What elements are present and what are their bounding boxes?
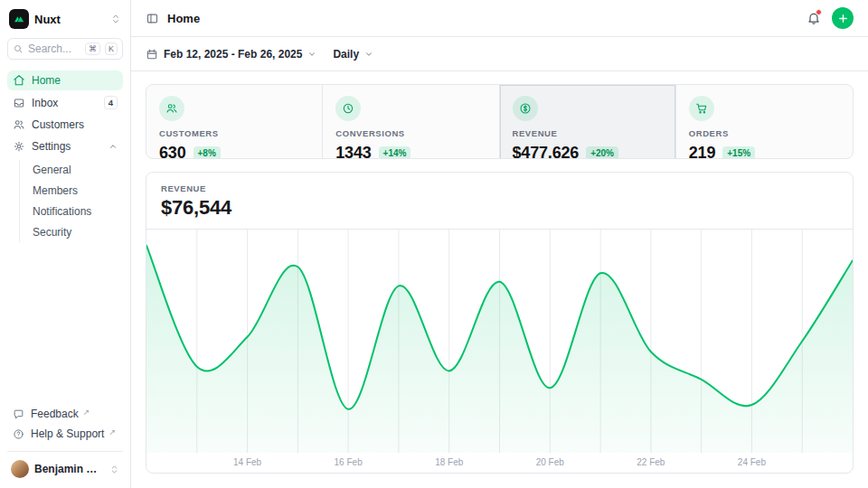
sidebar-item-home[interactable]: Home <box>7 70 123 90</box>
stat-value: 630 <box>159 144 186 159</box>
notification-dot <box>816 9 822 15</box>
nuxt-logo-icon <box>13 13 25 25</box>
user-name: Benjamin Canac <box>34 463 104 475</box>
x-axis-tick: 18 Feb <box>435 457 463 467</box>
plus-icon <box>837 13 849 24</box>
nav-label: Home <box>32 74 61 87</box>
home-icon <box>13 74 25 87</box>
stat-card-orders[interactable]: ORDERS 219 +15% <box>676 85 853 159</box>
sidebar-item-general[interactable]: General <box>29 160 123 180</box>
x-axis-tick: 24 Feb <box>738 457 766 467</box>
sidebar-toggle-icon[interactable] <box>146 12 159 25</box>
period-label: Daily <box>333 48 359 61</box>
sidebar-nav: Home Inbox 4 Customers Settings <box>7 70 123 242</box>
search-icon <box>13 43 24 54</box>
chevron-up-icon <box>108 142 118 151</box>
main-area: Home Feb 12, 2025 - Feb 26, 2025 <box>131 0 868 488</box>
stat-delta-badge: +20% <box>586 146 618 159</box>
notifications-button[interactable] <box>807 11 821 25</box>
x-axis-tick: 22 Feb <box>637 457 665 467</box>
external-link-icon: ↗ <box>83 408 90 417</box>
sidebar: Nuxt Search... ⌘ K Home Inbox 4 <box>0 0 131 488</box>
x-axis-tick: 14 Feb <box>233 457 261 467</box>
shopping-cart-icon <box>689 96 714 121</box>
sidebar-item-inbox[interactable]: Inbox 4 <box>7 92 123 113</box>
calendar-icon <box>146 48 158 61</box>
revenue-area-chart <box>146 229 853 453</box>
users-icon <box>13 118 25 131</box>
stat-delta-badge: +15% <box>722 146 755 159</box>
chart-header: REVENUE $76,544 <box>146 173 853 229</box>
stat-card-customers[interactable]: CUSTOMERS 630 +8% <box>146 85 323 159</box>
search-placeholder: Search... <box>28 42 80 55</box>
workspace-name: Nuxt <box>34 13 105 26</box>
sidebar-spacer <box>7 242 123 404</box>
footer-link-label: Feedback <box>31 408 79 420</box>
nav-label: Inbox <box>32 97 58 109</box>
feedback-link[interactable]: Feedback ↗ <box>7 404 123 424</box>
footer-link-label: Help & Support <box>31 427 104 440</box>
sidebar-item-members[interactable]: Members <box>29 181 123 201</box>
stat-value: 219 <box>689 144 716 159</box>
question-circle-icon <box>13 428 24 440</box>
inbox-icon <box>13 97 25 109</box>
kbd-cmd: ⌘ <box>85 42 100 55</box>
stat-label: CONVERSIONS <box>335 128 486 138</box>
currency-dollar-icon <box>513 96 538 121</box>
stat-label: ORDERS <box>689 128 840 138</box>
stat-value: $477,626 <box>513 144 580 159</box>
external-link-icon: ↗ <box>108 427 116 436</box>
filters-toolbar: Feb 12, 2025 - Feb 26, 2025 Daily <box>131 37 868 71</box>
stat-delta-badge: +14% <box>379 146 411 159</box>
chevron-up-down-icon <box>109 465 119 474</box>
dashboard-content: CUSTOMERS 630 +8% CONVERSIONS 1343 +14% <box>131 71 868 488</box>
chart-headline-value: $76,544 <box>161 196 838 220</box>
help-support-link[interactable]: Help & Support ↗ <box>7 424 123 444</box>
page-header: Home <box>131 0 868 37</box>
clock-icon <box>335 96 361 121</box>
chevron-down-icon <box>307 50 316 59</box>
stat-label: REVENUE <box>513 128 663 138</box>
stat-card-revenue[interactable]: REVENUE $477,626 +20% <box>500 85 676 159</box>
kbd-k: K <box>105 42 118 55</box>
gear-icon <box>13 140 25 153</box>
user-menu[interactable]: Benjamin Canac <box>7 451 123 481</box>
period-select[interactable]: Daily <box>333 48 373 61</box>
stat-card-conversions[interactable]: CONVERSIONS 1343 +14% <box>323 85 499 159</box>
users-icon <box>159 96 184 121</box>
header-actions <box>807 7 854 29</box>
x-axis-tick: 16 Feb <box>335 457 363 467</box>
page-title: Home <box>167 12 200 25</box>
x-axis-tick: 20 Feb <box>536 457 564 467</box>
avatar <box>11 460 29 478</box>
add-button[interactable] <box>832 7 854 29</box>
search-input[interactable]: Search... ⌘ K <box>7 38 123 60</box>
stat-delta-badge: +8% <box>193 146 221 159</box>
date-range-picker[interactable]: Feb 12, 2025 - Feb 26, 2025 <box>146 48 316 61</box>
nuxt-logo <box>9 9 29 29</box>
stat-value: 1343 <box>335 144 371 159</box>
x-axis-labels: 14 Feb16 Feb18 Feb20 Feb22 Feb24 Feb <box>146 453 853 473</box>
stats-row: CUSTOMERS 630 +8% CONVERSIONS 1343 +14% <box>146 84 854 159</box>
inbox-count-badge: 4 <box>104 96 118 109</box>
chat-bubble-icon <box>13 408 24 420</box>
sidebar-item-notifications[interactable]: Notifications <box>29 202 123 221</box>
chart-title: REVENUE <box>161 183 838 193</box>
chevron-up-down-icon <box>110 14 121 24</box>
nav-label: Customers <box>32 118 84 131</box>
workspace-switcher[interactable]: Nuxt <box>7 8 123 38</box>
date-range-label: Feb 12, 2025 - Feb 26, 2025 <box>164 48 302 61</box>
revenue-chart-card: REVENUE $76,544 14 Feb16 Feb18 Feb20 Feb… <box>146 172 854 474</box>
sidebar-item-security[interactable]: Security <box>29 222 123 242</box>
settings-submenu: General Members Notifications Security <box>19 160 123 242</box>
chevron-down-icon <box>364 50 373 59</box>
stat-label: CUSTOMERS <box>159 128 309 138</box>
nav-label: Settings <box>32 140 71 153</box>
sidebar-item-settings[interactable]: Settings <box>7 136 123 156</box>
sidebar-item-customers[interactable]: Customers <box>7 115 123 135</box>
